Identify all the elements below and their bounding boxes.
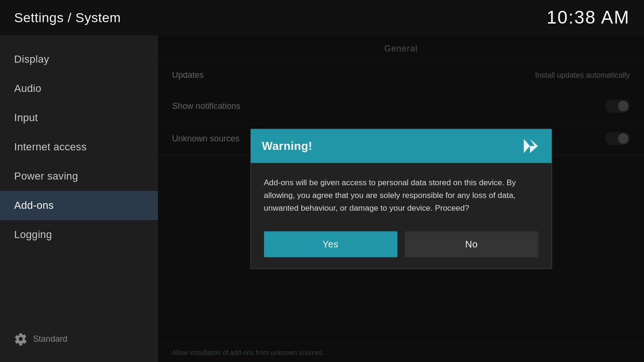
yes-button[interactable]: Yes xyxy=(264,231,397,257)
dialog-buttons: Yes No xyxy=(251,224,552,269)
gear-icon xyxy=(14,332,27,346)
dialog-title: Warning! xyxy=(262,139,313,152)
svg-marker-1 xyxy=(530,139,538,153)
sidebar-item-add-ons[interactable]: Add-ons xyxy=(0,191,158,220)
sidebar-item-internet-access[interactable]: Internet access xyxy=(0,132,158,162)
sidebar-item-input[interactable]: Input xyxy=(0,103,158,132)
sidebar: Display Audio Input Internet access Powe… xyxy=(0,35,158,362)
clock: 10:38 AM xyxy=(546,8,630,28)
svg-marker-0 xyxy=(524,139,530,153)
sidebar-item-display[interactable]: Display xyxy=(0,45,158,74)
profile-label: Standard xyxy=(33,334,67,344)
warning-dialog: Warning! Add-ons will be given access to… xyxy=(250,128,552,269)
no-button[interactable]: No xyxy=(405,231,538,257)
dialog-body: Add-ons will be given access to personal… xyxy=(251,163,552,224)
dialog-header: Warning! xyxy=(251,129,552,163)
header: Settings / System 10:38 AM xyxy=(0,0,644,35)
sidebar-item-audio[interactable]: Audio xyxy=(0,74,158,103)
page-title: Settings / System xyxy=(14,10,121,25)
kodi-logo xyxy=(521,136,540,155)
sidebar-footer: Standard xyxy=(0,325,158,353)
sidebar-item-logging[interactable]: Logging xyxy=(0,220,158,249)
main-layout: Display Audio Input Internet access Powe… xyxy=(0,35,644,362)
sidebar-item-power-saving[interactable]: Power saving xyxy=(0,162,158,191)
main-content: General Updates Install updates automati… xyxy=(158,35,644,362)
